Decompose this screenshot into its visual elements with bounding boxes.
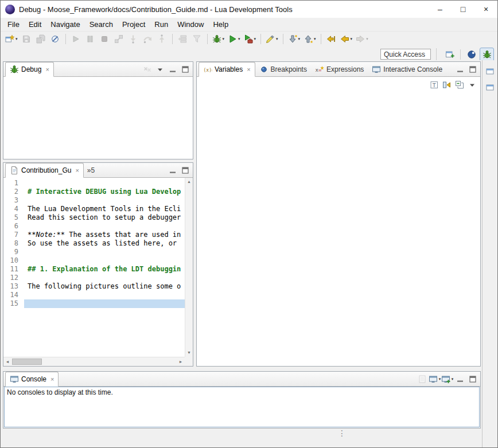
tab-expressions[interactable]: x=Expressions xyxy=(311,62,368,76)
mark-occurrences-button[interactable]: ▾ xyxy=(264,33,279,46)
maximize-window-button[interactable]: □ xyxy=(452,1,474,18)
tab-debug[interactable]: Debug × xyxy=(5,62,54,77)
dropdown-arrow-icon[interactable]: ▾ xyxy=(366,37,368,41)
editor-line-12[interactable]: 12 xyxy=(3,274,185,282)
menu-navigate[interactable]: Navigate xyxy=(46,18,84,30)
minimized-view-1-button[interactable] xyxy=(484,65,496,77)
line-number[interactable]: 3 xyxy=(3,196,24,205)
run-button[interactable]: ▾ xyxy=(227,33,242,46)
line-number[interactable]: 11 xyxy=(3,265,24,274)
scroll-down-icon[interactable]: ▼ xyxy=(185,349,193,357)
close-icon[interactable]: × xyxy=(50,376,54,383)
tab-interactive-console[interactable]: Interactive Console xyxy=(368,62,446,76)
debug-perspective-button[interactable] xyxy=(480,48,494,61)
dropdown-arrow-icon[interactable]: ▾ xyxy=(298,37,301,41)
editor-line-2[interactable]: 2# Interactive DEBUG using Lua Develop xyxy=(3,188,185,196)
last-edit-location-button[interactable] xyxy=(325,33,338,46)
external-tools-button[interactable]: ▾ xyxy=(243,33,258,46)
dropdown-arrow-icon[interactable]: ▾ xyxy=(15,37,18,41)
close-icon[interactable]: × xyxy=(75,167,79,174)
sash-drag-handle[interactable]: ⋮ xyxy=(338,431,346,435)
line-number[interactable]: 1 xyxy=(3,179,24,188)
line-number[interactable]: 5 xyxy=(3,213,24,222)
editor-vertical-scrollbar[interactable]: ▲ ▼ xyxy=(185,178,193,357)
dropdown-arrow-icon[interactable]: ▾ xyxy=(314,37,316,41)
scroll-right-icon[interactable]: ► xyxy=(177,357,185,366)
editor-line-3[interactable]: 3 xyxy=(3,196,185,205)
collapse-all-button[interactable] xyxy=(453,79,465,91)
scroll-left-icon[interactable]: ◄ xyxy=(3,357,11,366)
quick-access-input[interactable] xyxy=(380,49,431,60)
minimize-view-button[interactable] xyxy=(454,64,466,76)
editor-line-6[interactable]: 6 xyxy=(3,222,185,231)
variables-content[interactable] xyxy=(197,77,480,366)
debug-content[interactable] xyxy=(3,77,193,159)
menu-run[interactable]: Run xyxy=(150,18,173,30)
minimize-view-button[interactable] xyxy=(166,64,178,76)
view-menu-button[interactable] xyxy=(466,79,478,91)
dropdown-arrow-icon[interactable]: ▾ xyxy=(351,37,353,41)
debug-button[interactable]: ▾ xyxy=(211,33,226,46)
line-number[interactable]: 4 xyxy=(3,205,24,213)
view-menu-button[interactable] xyxy=(154,64,166,76)
minimize-view-button[interactable] xyxy=(454,373,466,385)
next-annotation-button[interactable]: ▾ xyxy=(287,33,302,46)
editor-overflow-tab[interactable]: »5 xyxy=(84,163,98,177)
editor-line-5[interactable]: 5Read this section to setup a debugger xyxy=(3,213,185,222)
line-number[interactable]: 6 xyxy=(3,222,24,231)
line-number[interactable]: 13 xyxy=(3,282,24,291)
menu-help[interactable]: Help xyxy=(208,18,233,30)
scroll-up-icon[interactable]: ▲ xyxy=(185,178,193,186)
line-number[interactable]: 15 xyxy=(3,299,24,308)
dropdown-arrow-icon[interactable]: ▾ xyxy=(223,37,225,41)
show-type-names-button[interactable]: T xyxy=(428,79,440,91)
back-history-button[interactable]: ▾ xyxy=(339,33,354,46)
show-logical-structures-button[interactable] xyxy=(441,79,453,91)
minimize-window-button[interactable]: – xyxy=(429,1,452,18)
dropdown-arrow-icon[interactable]: ▾ xyxy=(238,37,240,41)
editor-line-9[interactable]: 9 xyxy=(3,248,185,256)
editor-line-11[interactable]: 11## 1. Explanation of the LDT debuggin xyxy=(3,265,185,274)
menu-edit[interactable]: Edit xyxy=(24,18,46,30)
line-number[interactable]: 12 xyxy=(3,274,24,282)
close-icon[interactable]: × xyxy=(45,66,49,73)
editor-line-15[interactable]: 15 xyxy=(3,299,185,308)
editor-line-4[interactable]: 4The Lua Development Tools in the Ecli xyxy=(3,205,185,213)
minimized-view-2-button[interactable] xyxy=(484,81,496,93)
menu-project[interactable]: Project xyxy=(118,18,150,30)
line-number[interactable]: 14 xyxy=(3,291,24,299)
console-content[interactable]: No consoles to display at this time. xyxy=(4,387,480,427)
dropdown-arrow-icon[interactable]: ▾ xyxy=(276,37,278,41)
scrollbar-thumb[interactable] xyxy=(12,359,42,365)
line-number[interactable]: 8 xyxy=(3,239,24,248)
editor-line-13[interactable]: 13The following pictures outline some o xyxy=(3,282,185,291)
new-wizard-button[interactable]: ▾ xyxy=(4,33,19,46)
editor-line-1[interactable]: 1 xyxy=(3,179,185,188)
lua-perspective-button[interactable] xyxy=(464,48,478,61)
editor-line-14[interactable]: 14 xyxy=(3,291,185,299)
maximize-view-button[interactable] xyxy=(466,64,478,76)
close-icon[interactable]: × xyxy=(247,66,250,73)
line-number[interactable]: 7 xyxy=(3,231,24,239)
line-number[interactable]: 9 xyxy=(3,248,24,256)
editor-line-10[interactable]: 10 xyxy=(3,256,185,265)
dropdown-arrow-icon[interactable]: ▾ xyxy=(439,377,441,381)
line-number[interactable]: 10 xyxy=(3,256,24,265)
previous-annotation-button[interactable]: ▾ xyxy=(302,33,317,46)
tab-breakpoints[interactable]: Breakpoints xyxy=(255,62,311,76)
dropdown-arrow-icon[interactable]: ▾ xyxy=(452,377,454,381)
display-selected-console-button[interactable]: ▾ xyxy=(429,373,441,385)
minimize-view-button[interactable] xyxy=(166,165,178,177)
editor-horizontal-scrollbar[interactable]: ◄ ► xyxy=(3,357,185,366)
editor-lines[interactable]: 12# Interactive DEBUG using Lua Develop3… xyxy=(3,179,185,357)
menu-window[interactable]: Window xyxy=(173,18,208,30)
tab-variables[interactable]: (x)=Variables× xyxy=(199,62,255,77)
editor-line-7[interactable]: 7**Note:** The assets that are used in xyxy=(3,231,185,239)
close-window-button[interactable]: × xyxy=(474,1,497,18)
maximize-view-button[interactable] xyxy=(179,165,191,177)
menu-file[interactable]: File xyxy=(3,18,24,30)
skip-all-breakpoints-button[interactable] xyxy=(49,33,62,46)
maximize-view-button[interactable] xyxy=(466,373,478,385)
editor-line-8[interactable]: 8So use the assets as listed here, or xyxy=(3,239,185,248)
menu-search[interactable]: Search xyxy=(85,18,118,30)
